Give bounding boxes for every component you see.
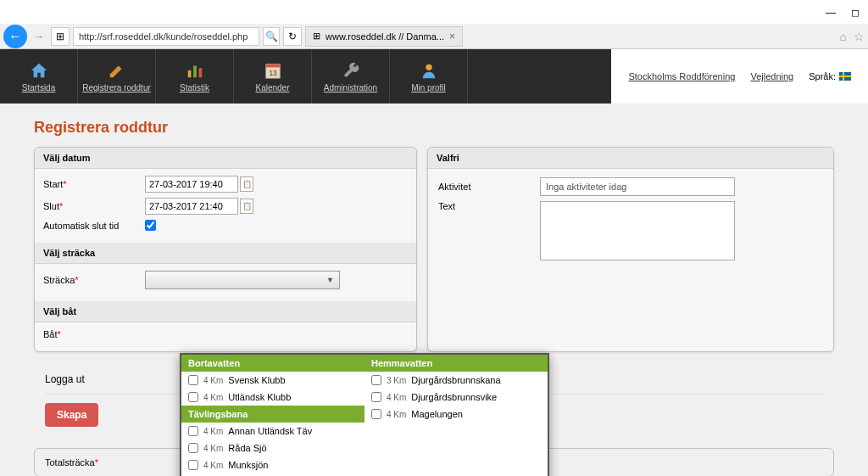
- popup-item[interactable]: 4 KmRåda Sjö: [181, 440, 364, 456]
- flag-icon: [839, 72, 851, 81]
- popup-item-checkbox[interactable]: [188, 426, 198, 436]
- popup-item-checkbox[interactable]: [371, 375, 381, 385]
- nav-statistik[interactable]: Statistik: [156, 49, 234, 104]
- text-label: Text: [438, 201, 540, 211]
- wrench-icon: [342, 61, 360, 80]
- popup-item-name: Råda Sjö: [228, 443, 266, 453]
- popup-item[interactable]: 3 KmDjurgårdsbrunnskana: [364, 372, 548, 389]
- popup-item-name: Djurgårdsbrunnsvike: [411, 392, 497, 402]
- nav-kalender[interactable]: 13 Kalender: [234, 49, 312, 104]
- popup-item-km: 4 Km: [203, 376, 223, 385]
- auto-slut-label: Automatisk slut tid: [43, 221, 145, 231]
- text-textarea[interactable]: [540, 201, 735, 260]
- stracka-dropdown-popup: Bortavatten4 KmSvensk Klubb4 KmUtländsk …: [180, 353, 549, 476]
- popup-item-name: Munksjön: [228, 460, 268, 470]
- nav-administration[interactable]: Administration: [312, 49, 390, 104]
- popup-item[interactable]: 4 KmSvensk Klubb: [181, 372, 364, 389]
- datum-header: Välj datum: [35, 148, 416, 169]
- help-link[interactable]: Vejledning: [750, 71, 793, 81]
- popup-item-checkbox[interactable]: [188, 460, 198, 470]
- slut-input[interactable]: [145, 198, 238, 215]
- nav-minprofil[interactable]: Min profil: [390, 49, 468, 104]
- popup-item-name: Djurgårdsbrunnskana: [411, 375, 500, 385]
- svg-rect-2: [198, 68, 202, 77]
- popup-item-checkbox[interactable]: [371, 409, 381, 419]
- back-button[interactable]: ←: [3, 25, 27, 48]
- tab-close-button[interactable]: ×: [449, 31, 455, 42]
- popup-item-km: 4 Km: [203, 461, 223, 470]
- aktivitet-label: Aktivitet: [438, 182, 540, 192]
- home-icon: [30, 61, 48, 80]
- popup-group-header: Tävlingsbana: [181, 406, 364, 423]
- popup-item-km: 3 Km: [387, 376, 406, 385]
- svg-rect-1: [193, 65, 197, 77]
- user-icon: [420, 61, 438, 80]
- club-link[interactable]: Stockholms Roddförening: [628, 71, 735, 81]
- popup-item-km: 4 Km: [203, 393, 223, 402]
- nav-registrera[interactable]: Registrera roddtur: [78, 49, 156, 104]
- slut-label: Slut*: [43, 201, 145, 211]
- nav-startsida[interactable]: Startsida: [0, 49, 78, 104]
- page-title: Registrera roddtur: [34, 119, 834, 137]
- url-field[interactable]: http://srf.roseddel.dk/kunde/roseddel.ph…: [73, 27, 259, 46]
- popup-item-name: Utländsk Klubb: [228, 392, 291, 402]
- popup-item[interactable]: 4 KmMunksjön: [181, 456, 364, 473]
- popup-item-checkbox[interactable]: [188, 375, 198, 385]
- bat-label: Båt*: [43, 329, 145, 339]
- popup-item-km: 4 Km: [387, 410, 406, 419]
- search-dropdown[interactable]: 🔍: [263, 27, 280, 46]
- popup-item-checkbox[interactable]: [371, 392, 381, 402]
- svg-rect-4: [265, 64, 280, 67]
- popup-item-checkbox[interactable]: [188, 392, 198, 402]
- start-input[interactable]: [145, 176, 238, 193]
- browser-addressbar: ← → ⊞ http://srf.roseddel.dk/kunde/rosed…: [0, 24, 868, 49]
- chevron-down-icon: ▼: [326, 276, 334, 284]
- window-titlebar: — ◻: [0, 0, 868, 24]
- popup-item-name: Svensk Klubb: [228, 375, 285, 385]
- chart-icon: [186, 61, 204, 80]
- popup-item-km: 4 Km: [203, 427, 223, 436]
- browser-tab[interactable]: ⊞ www.roseddel.dk // Danma... ×: [305, 26, 463, 47]
- popup-item-name: Annan Utländsk Täv: [228, 426, 312, 436]
- popup-item-km: 4 Km: [387, 393, 406, 402]
- start-label: Start*: [43, 179, 145, 189]
- svg-rect-0: [187, 70, 191, 77]
- home-icon[interactable]: ⌂: [840, 30, 847, 43]
- popup-item[interactable]: 4 KmDjurgårdsbrunnsvike: [364, 389, 548, 406]
- valfri-header: Valfri: [428, 148, 833, 169]
- top-navigation: Startsida Registrera roddtur Statistik 1…: [0, 49, 868, 104]
- calendar-picker-icon[interactable]: 📋: [240, 176, 253, 192]
- page-content: Registrera roddtur Välj datum Start* 📋 S…: [0, 104, 868, 476]
- tab-title: www.roseddel.dk // Danma...: [326, 31, 444, 42]
- language-selector[interactable]: Språk:: [809, 71, 851, 81]
- svg-text:13: 13: [269, 69, 277, 76]
- svg-point-6: [426, 64, 431, 70]
- aktivitet-input[interactable]: [540, 177, 735, 196]
- tab-favicon: ⊞: [313, 31, 320, 42]
- left-panel: Välj datum Start* 📋 Slut* 📋 Automatisk s…: [34, 147, 417, 352]
- popup-item[interactable]: 4 KmMagelungen: [364, 406, 548, 423]
- popup-item-name: Magelungen: [411, 409, 463, 419]
- popup-item[interactable]: 4 KmUtländsk Klubb: [181, 389, 364, 406]
- popup-item-checkbox[interactable]: [188, 443, 198, 453]
- stracka-dropdown[interactable]: ▼: [145, 271, 340, 289]
- maximize-button[interactable]: ◻: [851, 7, 861, 17]
- skapa-button[interactable]: Skapa: [45, 403, 98, 427]
- refresh-button[interactable]: ↻: [283, 27, 302, 46]
- popup-item-km: 4 Km: [203, 444, 223, 453]
- calendar-picker-icon[interactable]: 📋: [240, 199, 253, 214]
- popup-group-header: Hemmavatten: [364, 355, 548, 372]
- nav-right-links: Stockholms Roddförening Vejledning Språk…: [611, 49, 868, 104]
- stracka-header: Välj sträcka: [35, 243, 416, 264]
- forward-button[interactable]: →: [31, 28, 47, 45]
- popup-column: Bortavatten4 KmSvensk Klubb4 KmUtländsk …: [181, 355, 364, 476]
- right-panel: Valfri Aktivitet Text: [427, 147, 834, 352]
- popup-column: Hemmavatten3 KmDjurgårdsbrunnskana4 KmDj…: [364, 355, 548, 476]
- favorites-icon[interactable]: ☆: [854, 30, 865, 43]
- popup-item[interactable]: 4 KmAnnan Utländsk Täv: [181, 423, 364, 440]
- auto-slut-checkbox[interactable]: [145, 220, 156, 231]
- popup-group-header: Bortavatten: [181, 355, 364, 372]
- minimize-button[interactable]: —: [826, 7, 836, 17]
- calendar-icon: 13: [264, 61, 282, 80]
- url-prefix-icon: ⊞: [51, 27, 70, 46]
